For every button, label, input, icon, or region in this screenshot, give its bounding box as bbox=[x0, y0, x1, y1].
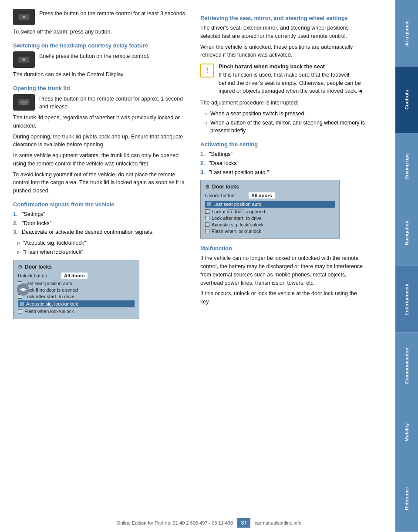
left-row-3: Acoustic sig. lock/unlock bbox=[18, 300, 135, 307]
right-row-4: Flash when lock/unlock bbox=[205, 229, 335, 234]
confirm-arrow-2: "Flash when lock/unlock" bbox=[17, 248, 187, 256]
activate-item-1: 1. "Settings" bbox=[200, 150, 366, 158]
warning-title: Pinch hazard when moving back the seat bbox=[219, 63, 366, 71]
sidebar-item-mobility[interactable]: Mobility bbox=[395, 399, 418, 466]
sidebar-item-controls[interactable]: Controls bbox=[395, 67, 418, 133]
headlamp-body: The duration can be set in the Control D… bbox=[13, 71, 187, 79]
adjust-arrow-1: When a seat position switch is pressed. bbox=[205, 110, 366, 118]
activate-text-2: "Door locks" bbox=[209, 159, 239, 168]
malfunction-heading: Malfunction bbox=[200, 245, 366, 252]
right-screen: ⚙ Door locks Unlock button: All doors La… bbox=[200, 180, 340, 239]
right-row-0: Last seat position auto. bbox=[205, 201, 335, 208]
confirm-arrow-list: "Acoustic sig. lock/unlock" "Flash when … bbox=[17, 239, 187, 256]
right-screen-title: Door locks bbox=[212, 184, 239, 190]
adjust-heading: The adjustment procedure is interrupted: bbox=[200, 99, 366, 107]
right-checkbox-4 bbox=[205, 229, 209, 233]
headlamp-icon-box bbox=[13, 51, 35, 68]
left-row-4: Flash when lock/unlock bbox=[18, 309, 135, 314]
left-column: Press the button on the remote control f… bbox=[13, 9, 196, 515]
activate-text-1: "Settings" bbox=[209, 150, 233, 158]
left-screen-title-bar: ⚙ Door locks bbox=[18, 264, 135, 270]
intro-icon-text: Press the button on the remote control f… bbox=[39, 9, 186, 18]
trunk-heading: Opening the trunk lid bbox=[13, 85, 187, 91]
warning-body: If this function is used, first make sur… bbox=[219, 71, 366, 95]
page-container: Press the button on the remote control f… bbox=[0, 0, 418, 532]
trunk-body2: During opening, the trunk lid pivots bac… bbox=[13, 133, 187, 149]
intro-icon-row: Press the button on the remote control f… bbox=[13, 9, 187, 25]
confirm-list: 1. "Settings" 2. "Door locks" 3. Deactiv… bbox=[13, 210, 187, 236]
activate-item-3: 3. "Last seat position auto." bbox=[200, 168, 366, 177]
left-row-text-1: Lock if no door is opened bbox=[24, 287, 78, 293]
sidebar-label-communication: Communication bbox=[404, 348, 409, 384]
right-row-1: Lock if no door is opened bbox=[205, 209, 335, 214]
confirm-num-2: 2. bbox=[13, 219, 22, 228]
sidebar-label-driving-tips: Driving tips bbox=[404, 153, 409, 180]
trunk-icon-text: Press the button on the remote control f… bbox=[39, 94, 187, 111]
activate-list: 1. "Settings" 2. "Door locks" 3. "Last s… bbox=[200, 150, 366, 176]
sidebar-item-navigation[interactable]: Navigation bbox=[395, 199, 418, 266]
right-screen-title-bar: ⚙ Door locks bbox=[205, 184, 335, 190]
sidebar-label-mobility: Mobility bbox=[404, 423, 409, 441]
activate-text-3: "Last seat position auto." bbox=[209, 168, 269, 177]
activate-heading: Activating the setting bbox=[200, 141, 366, 148]
footer-text: Online Edition for Part no. 01 40 2 606 … bbox=[117, 520, 233, 525]
warning-block: ! Pinch hazard when moving back the seat… bbox=[200, 63, 366, 95]
left-row-2: Lock after start. to drive bbox=[18, 294, 135, 299]
confirm-heading: Confirmation signals from the vehicle bbox=[13, 201, 187, 208]
confirm-num-3: 3. bbox=[13, 228, 22, 236]
confirm-num-1: 1. bbox=[13, 210, 22, 219]
right-screen-settings-icon: ⚙ bbox=[205, 184, 210, 190]
sidebar-item-at-a-glance[interactable]: At a glance bbox=[395, 0, 418, 67]
left-row-text-0: Last seat position auto. bbox=[24, 281, 74, 286]
sidebar-label-navigation: Navigation bbox=[404, 221, 409, 245]
adjust-arrow-list: When a seat position switch is pressed. … bbox=[205, 110, 366, 135]
right-checkbox-0 bbox=[207, 202, 211, 206]
sidebar-label-reference: Reference bbox=[404, 487, 409, 510]
page-number: 37 bbox=[237, 518, 250, 528]
confirm-list-item-1: 1. "Settings" bbox=[13, 210, 187, 219]
malfunction-body2: If this occurs, unlock or lock the vehic… bbox=[200, 290, 366, 306]
trunk-icon bbox=[18, 97, 30, 108]
trunk-icon-box bbox=[13, 94, 35, 111]
sidebar-item-driving-tips[interactable]: Driving tips bbox=[395, 133, 418, 200]
headlamp-icon-row: Briefly press the button on the remote c… bbox=[13, 51, 187, 68]
activate-num-2: 2. bbox=[200, 159, 209, 168]
sidebar-item-communication[interactable]: Communication bbox=[395, 333, 418, 399]
right-row-text-3: Acoustic sig. lock/unlock bbox=[212, 222, 263, 227]
headlamp-heading: Switching on the headlamp courtesy delay… bbox=[13, 42, 187, 49]
headlamp-icon-text: Briefly press the button on the remote c… bbox=[39, 51, 149, 61]
confirm-text-3: Deactivate or activate the desired confi… bbox=[22, 228, 154, 236]
trunk-body4: To avoid locking yourself out of the veh… bbox=[13, 171, 187, 195]
left-unlock-value: All doors bbox=[61, 273, 88, 279]
confirm-list-item-2: 2. "Door locks" bbox=[13, 219, 187, 228]
retrieve-body1: The driver's seat, exterior mirror, and … bbox=[200, 24, 366, 40]
activate-item-2: 2. "Door locks" bbox=[200, 159, 366, 168]
confirm-arrow-1: "Acoustic sig. lock/unlock" bbox=[17, 239, 187, 247]
right-checkbox-2 bbox=[205, 216, 209, 220]
right-row-2: Lock after start. to drive bbox=[205, 215, 335, 221]
right-column: Retrieving the seat, mirror, and steerin… bbox=[196, 9, 366, 515]
retrieve-heading: Retrieving the seat, mirror, and steerin… bbox=[200, 15, 366, 21]
left-screen-unlock-row: Unlock button: All doors bbox=[18, 273, 135, 279]
svg-rect-7 bbox=[20, 101, 28, 104]
confirm-text-1: "Settings" bbox=[22, 210, 45, 219]
malfunction-body1: If the vehicle can no longer be locked o… bbox=[200, 254, 366, 287]
trunk-body3: In some vehicle equipment variants, the … bbox=[13, 152, 187, 168]
svg-point-8 bbox=[24, 104, 25, 105]
left-checkbox-3 bbox=[20, 302, 24, 306]
sidebar-item-entertainment[interactable]: Entertainment bbox=[395, 266, 418, 333]
left-row-1: Lock if no door is opened bbox=[18, 287, 135, 293]
page-footer: Online Edition for Part no. 01 40 2 606 … bbox=[0, 518, 418, 528]
nav-circle[interactable]: ◀▶ bbox=[17, 283, 29, 296]
confirm-list-item-3: 3. Deactivate or activate the desired co… bbox=[13, 228, 187, 236]
adjust-arrow-2: When a button of the seat, mirror, and s… bbox=[205, 119, 366, 135]
left-row-text-4: Flash when lock/unlock bbox=[24, 309, 74, 314]
remote-icon-box bbox=[13, 9, 35, 25]
right-unlock-value: All doors bbox=[249, 192, 275, 199]
right-checkbox-3 bbox=[205, 222, 209, 227]
right-row-text-2: Lock after start. to drive bbox=[212, 215, 262, 221]
sidebar-label-controls: Controls bbox=[404, 90, 409, 110]
activate-num-1: 1. bbox=[200, 150, 209, 158]
alarm-text: To switch off the alarm: press any butto… bbox=[13, 28, 187, 36]
headlamp-icon bbox=[18, 54, 30, 65]
